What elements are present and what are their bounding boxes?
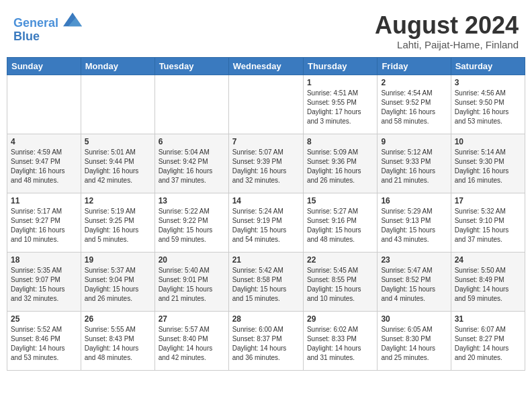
calendar-cell: 26Sunrise: 5:55 AM Sunset: 8:43 PM Dayli… [81,311,154,370]
day-number: 7 [232,137,300,146]
day-info: Sunrise: 6:05 AM Sunset: 8:30 PM Dayligh… [381,325,447,363]
calendar-cell: 2Sunrise: 4:54 AM Sunset: 9:52 PM Daylig… [378,75,451,134]
day-number: 5 [85,137,151,146]
day-number: 6 [159,137,225,146]
calendar-cell: 25Sunrise: 5:52 AM Sunset: 8:46 PM Dayli… [7,311,81,370]
day-number: 28 [232,314,300,324]
week-row-5: 25Sunrise: 5:52 AM Sunset: 8:46 PM Dayli… [7,311,525,370]
calendar-cell: 28Sunrise: 6:00 AM Sunset: 8:37 PM Dayli… [228,311,303,370]
calendar-cell [7,75,81,134]
logo-icon [63,12,82,27]
day-number: 2 [381,78,447,87]
calendar-cell: 1Sunrise: 4:51 AM Sunset: 9:55 PM Daylig… [303,75,377,134]
calendar-cell: 11Sunrise: 5:17 AM Sunset: 9:27 PM Dayli… [7,193,81,252]
calendar-cell: 17Sunrise: 5:32 AM Sunset: 9:10 PM Dayli… [451,193,525,252]
day-info: Sunrise: 4:51 AM Sunset: 9:55 PM Dayligh… [307,89,373,126]
weekday-header-row: SundayMondayTuesdayWednesdayThursdayFrid… [7,57,525,75]
calendar-cell: 29Sunrise: 6:02 AM Sunset: 8:33 PM Dayli… [303,311,377,370]
calendar-cell: 31Sunrise: 6:07 AM Sunset: 8:27 PM Dayli… [451,311,525,370]
calendar-cell: 8Sunrise: 5:09 AM Sunset: 9:36 PM Daylig… [303,134,377,193]
day-number: 13 [159,196,225,205]
day-info: Sunrise: 5:12 AM Sunset: 9:33 PM Dayligh… [381,148,447,185]
day-number: 1 [307,78,373,87]
day-number: 26 [85,314,151,324]
logo-general: General [13,16,58,30]
day-number: 4 [11,137,77,146]
calendar-cell: 3Sunrise: 4:56 AM Sunset: 9:50 PM Daylig… [451,75,525,134]
calendar-cell: 10Sunrise: 5:14 AM Sunset: 9:30 PM Dayli… [451,134,525,193]
day-number: 17 [455,196,521,205]
calendar-cell: 7Sunrise: 5:07 AM Sunset: 9:39 PM Daylig… [228,134,303,193]
calendar-table: SundayMondayTuesdayWednesdayThursdayFrid… [7,57,525,371]
day-number: 21 [232,255,300,265]
calendar-cell: 6Sunrise: 5:04 AM Sunset: 9:42 PM Daylig… [154,134,228,193]
week-row-4: 18Sunrise: 5:35 AM Sunset: 9:07 PM Dayli… [7,252,525,311]
calendar-cell: 4Sunrise: 4:59 AM Sunset: 9:47 PM Daylig… [7,134,81,193]
day-number: 12 [85,196,151,205]
day-info: Sunrise: 5:55 AM Sunset: 8:43 PM Dayligh… [85,325,151,363]
day-number: 31 [455,314,521,324]
day-info: Sunrise: 4:59 AM Sunset: 9:47 PM Dayligh… [11,148,77,185]
day-number: 23 [381,255,447,265]
day-number: 22 [307,255,373,265]
weekday-header-saturday: Saturday [451,57,525,75]
day-number: 11 [11,196,77,205]
day-info: Sunrise: 5:17 AM Sunset: 9:27 PM Dayligh… [11,207,77,244]
calendar-cell [154,75,228,134]
calendar-cell: 30Sunrise: 6:05 AM Sunset: 8:30 PM Dayli… [378,311,451,370]
day-info: Sunrise: 5:47 AM Sunset: 8:52 PM Dayligh… [381,266,447,304]
calendar-cell [228,75,303,134]
month-year: August 2024 [375,12,519,39]
day-number: 24 [455,255,521,265]
day-info: Sunrise: 5:40 AM Sunset: 9:01 PM Dayligh… [159,266,225,304]
calendar-cell: 16Sunrise: 5:29 AM Sunset: 9:13 PM Dayli… [378,193,451,252]
day-number: 9 [381,137,447,146]
day-info: Sunrise: 5:19 AM Sunset: 9:25 PM Dayligh… [85,207,151,244]
day-number: 3 [455,78,521,87]
day-info: Sunrise: 5:04 AM Sunset: 9:42 PM Dayligh… [159,148,225,185]
weekday-header-friday: Friday [378,57,451,75]
location: Lahti, Paijat-Hame, Finland [375,39,519,50]
calendar-body: 1Sunrise: 4:51 AM Sunset: 9:55 PM Daylig… [7,75,525,370]
calendar-cell: 12Sunrise: 5:19 AM Sunset: 9:25 PM Dayli… [81,193,154,252]
day-number: 29 [307,314,373,324]
day-info: Sunrise: 5:35 AM Sunset: 9:07 PM Dayligh… [11,266,77,304]
logo-blue: Blue [13,30,82,44]
page-header: General Blue August 2024 Lahti, Paijat-H… [7,7,525,53]
day-info: Sunrise: 6:07 AM Sunset: 8:27 PM Dayligh… [455,325,521,363]
calendar-cell [81,75,154,134]
day-info: Sunrise: 6:02 AM Sunset: 8:33 PM Dayligh… [307,325,373,363]
day-info: Sunrise: 5:14 AM Sunset: 9:30 PM Dayligh… [455,148,521,185]
day-info: Sunrise: 5:09 AM Sunset: 9:36 PM Dayligh… [307,148,373,185]
week-row-3: 11Sunrise: 5:17 AM Sunset: 9:27 PM Dayli… [7,193,525,252]
calendar-cell: 27Sunrise: 5:57 AM Sunset: 8:40 PM Dayli… [154,311,228,370]
day-number: 27 [159,314,225,324]
logo-text: General [13,12,82,30]
week-row-2: 4Sunrise: 4:59 AM Sunset: 9:47 PM Daylig… [7,134,525,193]
calendar-cell: 15Sunrise: 5:27 AM Sunset: 9:16 PM Dayli… [303,193,377,252]
day-info: Sunrise: 5:45 AM Sunset: 8:55 PM Dayligh… [307,266,373,304]
weekday-header-monday: Monday [81,57,154,75]
day-info: Sunrise: 5:22 AM Sunset: 9:22 PM Dayligh… [159,207,225,244]
day-info: Sunrise: 4:56 AM Sunset: 9:50 PM Dayligh… [455,89,521,126]
calendar-cell: 24Sunrise: 5:50 AM Sunset: 8:49 PM Dayli… [451,252,525,311]
week-row-1: 1Sunrise: 4:51 AM Sunset: 9:55 PM Daylig… [7,75,525,134]
calendar-cell: 18Sunrise: 5:35 AM Sunset: 9:07 PM Dayli… [7,252,81,311]
day-number: 25 [11,314,77,324]
calendar-cell: 9Sunrise: 5:12 AM Sunset: 9:33 PM Daylig… [378,134,451,193]
day-info: Sunrise: 5:01 AM Sunset: 9:44 PM Dayligh… [85,148,151,185]
day-number: 10 [455,137,521,146]
day-info: Sunrise: 5:07 AM Sunset: 9:39 PM Dayligh… [232,148,300,185]
day-info: Sunrise: 5:57 AM Sunset: 8:40 PM Dayligh… [159,325,225,363]
weekday-header-sunday: Sunday [7,57,81,75]
day-info: Sunrise: 4:54 AM Sunset: 9:52 PM Dayligh… [381,89,447,126]
day-info: Sunrise: 5:52 AM Sunset: 8:46 PM Dayligh… [11,325,77,363]
calendar-cell: 14Sunrise: 5:24 AM Sunset: 9:19 PM Dayli… [228,193,303,252]
day-number: 20 [159,255,225,265]
day-number: 8 [307,137,373,146]
day-number: 19 [85,255,151,265]
calendar-cell: 22Sunrise: 5:45 AM Sunset: 8:55 PM Dayli… [303,252,377,311]
title-block: August 2024 Lahti, Paijat-Hame, Finland [375,12,519,50]
day-info: Sunrise: 5:32 AM Sunset: 9:10 PM Dayligh… [455,207,521,244]
day-number: 30 [381,314,447,324]
